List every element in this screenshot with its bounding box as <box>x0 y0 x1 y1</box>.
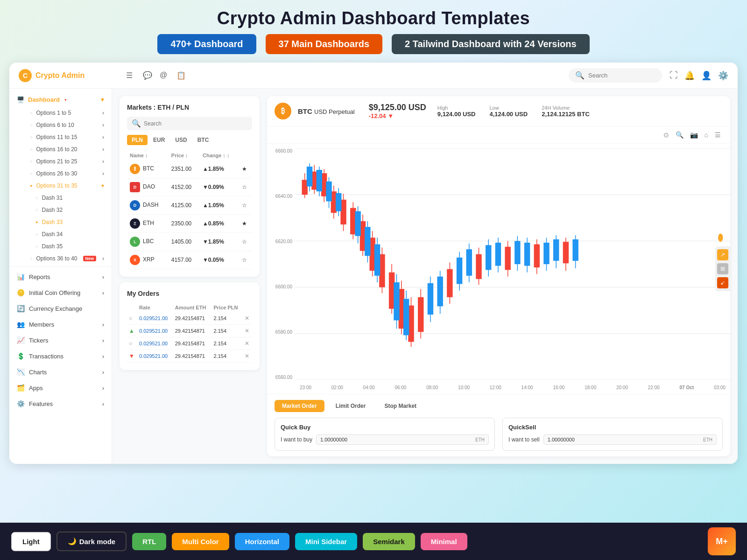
sidebar-item-options-6-10[interactable]: Options 6 to 10› <box>22 119 112 131</box>
sidebar-item-options-21-25[interactable]: Options 21 to 25› <box>22 155 112 168</box>
markets-search-input[interactable] <box>144 120 247 127</box>
sidebar-item-ico[interactable]: 🪙 Initial Coin Offering › <box>9 285 112 301</box>
order-rate-2[interactable]: 0.029521.00 <box>139 328 168 334</box>
star-btc[interactable]: ★ <box>239 160 252 178</box>
sidebar-item-options-26-30[interactable]: Options 26 to 30› <box>22 168 112 180</box>
orders-col-rate: Rate <box>137 303 173 312</box>
search-input[interactable] <box>588 72 654 79</box>
chart-right-icon-1[interactable]: ↗ <box>717 249 728 260</box>
tab-stop-market[interactable]: Stop Market <box>377 400 424 412</box>
order-rate-3[interactable]: 0.029521.00 <box>139 341 168 346</box>
logo[interactable]: C Crypto Admin <box>19 69 121 82</box>
members-chevron: › <box>102 321 104 328</box>
sidebar-dash33[interactable]: Dash 33 <box>28 216 112 228</box>
sidebar-item-options-36-40[interactable]: Options 36 to 40 New › <box>22 252 112 265</box>
order-rate-4[interactable]: 0.029521.00 <box>139 353 168 359</box>
sidebar-item-charts[interactable]: 📉 Charts › <box>9 364 112 380</box>
tab-btc[interactable]: BTC <box>193 135 214 145</box>
sidebar-dash32[interactable]: Dash 32 <box>28 204 112 216</box>
sidebar-item-members[interactable]: 👥 Members › <box>9 316 112 332</box>
order-row: ○ 0.029521.00 29.42154871 2.154 ✕ <box>127 312 252 325</box>
exchange-label: Currency Exchange <box>29 305 82 312</box>
order-close-3[interactable]: ✕ <box>245 340 249 347</box>
star-xrp[interactable]: ☆ <box>239 251 252 269</box>
tool-camera-icon[interactable]: 📷 <box>688 130 700 140</box>
theme-minisidebar-btn[interactable]: Mini Sidebar <box>295 533 357 550</box>
change-btc: ▲1.85% <box>200 160 239 178</box>
user-icon[interactable]: 👤 <box>701 70 712 81</box>
order-icon-4: ▼ <box>129 353 134 359</box>
search-bar[interactable]: 🔍 <box>569 68 662 83</box>
tab-limit-order[interactable]: Limit Order <box>328 400 374 412</box>
star-eth[interactable]: ★ <box>239 215 252 233</box>
chart-right-icon-3[interactable]: ↙ <box>717 277 728 288</box>
star-lbc[interactable]: ☆ <box>239 233 252 251</box>
sidebar-item-features[interactable]: ⚙️ Features › <box>9 396 112 412</box>
sidebar-item-options-1-5[interactable]: Options 1 to 5› <box>22 107 112 119</box>
dashboard-label: Dashboard <box>28 96 60 103</box>
high-label: High <box>437 105 476 111</box>
reports-icon: 📊 <box>17 273 24 280</box>
star-dash[interactable]: ☆ <box>239 196 252 215</box>
settings-icon[interactable]: ⚙️ <box>718 70 728 81</box>
tab-eur[interactable]: EUR <box>148 135 169 145</box>
tool-zoom-out-icon[interactable]: 🔍 <box>674 130 685 140</box>
sidebar-item-options-31-35[interactable]: Options 31 to 35 ▾ <box>22 180 112 192</box>
x-labels: 23:00 02:00 04:00 06:00 08:00 10:00 12:0… <box>295 381 730 394</box>
markets-search-icon: 🔍 <box>132 119 141 128</box>
theme-light-btn[interactable]: Light <box>11 532 51 551</box>
buy-label: I want to buy <box>281 436 312 443</box>
x-label-14: 03:00 <box>714 385 726 390</box>
sidebar-dash35[interactable]: Dash 35 <box>28 240 112 252</box>
order-rate-1[interactable]: 0.029521.00 <box>139 315 168 321</box>
clipboard-icon[interactable]: 📋 <box>176 71 186 80</box>
tool-settings-icon[interactable]: ⊙ <box>662 130 671 140</box>
svg-rect-37 <box>374 244 380 275</box>
sidebar-item-reports[interactable]: 📊 Reports › <box>9 269 112 285</box>
theme-multicolor-btn[interactable]: Multi Color <box>172 533 229 550</box>
hamburger-icon[interactable]: ☰ <box>126 71 135 80</box>
tool-menu-icon[interactable]: ☰ <box>713 130 723 140</box>
order-close-4[interactable]: ✕ <box>245 353 249 359</box>
theme-rtl-btn[interactable]: RTL <box>132 533 166 550</box>
order-close-2[interactable]: ✕ <box>245 328 249 334</box>
sidebar-item-options-16-20[interactable]: Options 16 to 20› <box>22 143 112 155</box>
apps-icon: 🗂️ <box>17 384 24 392</box>
tab-market-order[interactable]: Market Order <box>275 400 324 412</box>
sidebar-dashboard[interactable]: 🖥️ Dashboard ● ▾ <box>9 92 112 107</box>
star-dao[interactable]: ☆ <box>239 178 252 196</box>
markets-search[interactable]: 🔍 <box>127 117 252 130</box>
theme-semidark-btn[interactable]: Semidark <box>363 533 415 550</box>
quick-buy-row: I want to buy 1.00000000 ETH <box>281 434 489 445</box>
chat-icon[interactable]: 💬 <box>143 71 152 80</box>
theme-dark-btn[interactable]: 🌙 Dark mode <box>56 532 127 551</box>
markets-title: Markets : ETH / PLN <box>127 104 252 111</box>
buy-value: 1.00000000 <box>320 437 347 442</box>
transactions-icon: 💲 <box>17 352 24 360</box>
sell-input[interactable]: 1.00000000 ETH <box>543 434 717 445</box>
bell-icon[interactable]: 🔔 <box>684 70 695 81</box>
svg-rect-59 <box>466 249 472 276</box>
tab-pln[interactable]: PLN <box>127 135 148 145</box>
fullscreen-icon[interactable]: ⛶ <box>669 70 678 80</box>
svg-rect-67 <box>505 247 510 270</box>
buy-input[interactable]: 1.00000000 ETH <box>316 434 489 445</box>
sidebar-item-tickers[interactable]: 📈 Tickers › <box>9 332 112 348</box>
sidebar-item-exchange[interactable]: 🔄 Currency Exchange <box>9 301 112 316</box>
tab-usd[interactable]: USD <box>170 135 191 145</box>
sidebar-dash34[interactable]: Dash 34 <box>28 228 112 240</box>
chart-right-icon-2[interactable]: ⊞ <box>717 263 728 274</box>
tool-home-icon[interactable]: ⌂ <box>703 130 710 140</box>
moon-icon: 🌙 <box>68 537 77 546</box>
order-close-1[interactable]: ✕ <box>245 315 249 322</box>
at-icon[interactable]: @ <box>160 71 169 80</box>
page-header: Crypto Admin Dashboard Templates 470+ Da… <box>0 0 747 59</box>
theme-horizontal-btn[interactable]: Horizontal <box>235 533 289 550</box>
theme-minimal-btn[interactable]: Minimal <box>421 533 467 550</box>
sidebar-dash31[interactable]: Dash 31 <box>28 192 112 204</box>
sidebar-item-transactions[interactable]: 💲 Transactions › <box>9 348 112 364</box>
sidebar-item-options-11-15[interactable]: Options 11 to 15› <box>22 131 112 143</box>
x-label-6: 10:00 <box>458 385 470 390</box>
sidebar-item-apps[interactable]: 🗂️ Apps › <box>9 380 112 396</box>
svg-rect-69 <box>514 241 520 264</box>
